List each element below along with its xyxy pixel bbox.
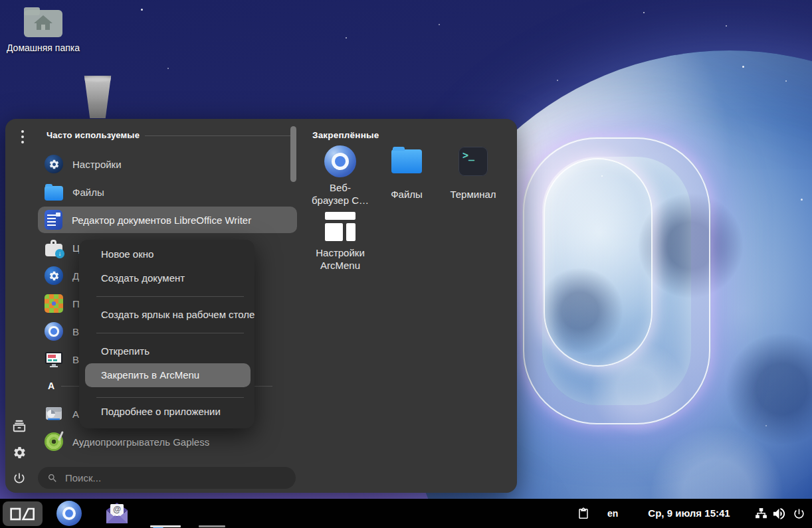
terminal-icon: >_ — [458, 147, 488, 176]
pinned-label: Терминал — [450, 188, 496, 201]
app-row-gapless[interactable]: Аудиопроигрыватель Gapless — [38, 428, 297, 455]
power-icon[interactable] — [793, 507, 805, 523]
app-center-icon: ↓ — [45, 238, 63, 257]
disk-usage-icon — [45, 404, 63, 423]
pinned-tile-arcmenu-settings[interactable]: Настройки ArcMenu — [306, 209, 375, 272]
pinned-label: Файлы — [391, 188, 423, 201]
file-cabinet-icon[interactable] — [11, 417, 28, 434]
pinned-tile-web-browser[interactable]: Веб- браузер C… — [306, 144, 375, 207]
star — [557, 80, 558, 81]
arcmenu-launcher-icon — [9, 506, 36, 522]
frequent-section-header: Часто используемые — [47, 130, 140, 140]
pinned-tile-files[interactable]: Файлы — [372, 144, 441, 201]
home-folder-icon — [23, 5, 64, 39]
search-icon — [47, 473, 58, 484]
star — [742, 66, 744, 68]
star — [167, 68, 169, 69]
pinned-label-line2: ArcMenu — [320, 259, 360, 272]
kebab-menu-icon[interactable] — [14, 128, 31, 146]
gear-icon[interactable] — [11, 444, 28, 461]
running-indicator-app-center — [199, 525, 225, 527]
arcmenu-settings-icon — [325, 212, 355, 241]
star — [765, 425, 767, 426]
app-context-menu: Новое окно Создать документ Создать ярлы… — [79, 240, 254, 428]
app-label: Файлы — [72, 187, 104, 198]
context-item-create-desktop-shortcut[interactable]: Создать ярлык на рабочем столе — [79, 304, 254, 326]
app-row-files[interactable]: Файлы — [38, 179, 297, 205]
app-label: Редактор документов LibreOffice Writer — [72, 215, 251, 226]
taskbar-chromium-icon[interactable] — [56, 501, 82, 526]
star — [785, 80, 787, 82]
chromium-icon — [45, 322, 63, 341]
app-label: Аудиопроигрыватель Gapless — [72, 436, 209, 448]
context-item-unpin[interactable]: Открепить — [79, 340, 254, 363]
checker-pattern-icon — [45, 294, 63, 313]
context-divider — [96, 333, 244, 333]
app-row-settings[interactable]: Настройки — [38, 151, 297, 177]
pinned-label-line1: Настройки — [316, 246, 365, 259]
clock[interactable]: Ср, 9 июля 15:41 — [646, 507, 732, 519]
files-folder-icon — [45, 186, 63, 201]
star — [141, 9, 143, 11]
power-icon[interactable] — [11, 470, 28, 487]
vinyl-record-icon — [45, 432, 63, 451]
star — [439, 24, 440, 25]
keyboard-layout-indicator[interactable]: en — [607, 508, 618, 519]
pinned-section-header: Закреплённые — [312, 130, 379, 140]
clipboard-icon[interactable] — [577, 507, 589, 523]
libreoffice-writer-icon — [45, 210, 62, 230]
home-folder-label: Домашняя папка — [4, 43, 82, 53]
star — [726, 25, 727, 27]
search-bar[interactable] — [38, 467, 296, 489]
context-item-app-details[interactable]: Подробнее о приложении — [79, 400, 254, 423]
taskbar-mail-icon[interactable]: @ — [104, 501, 130, 528]
running-indicator-files — [150, 525, 181, 527]
glowing-ring-inner-rim — [544, 158, 653, 367]
pinned-label-line2: браузер C… — [312, 194, 369, 207]
arcmenu-launcher-button[interactable] — [3, 501, 43, 526]
star — [801, 199, 803, 201]
blue-gear-icon — [45, 266, 63, 285]
context-item-pin-to-arcmenu[interactable]: Закрепить в ArcMenu — [85, 363, 251, 387]
context-item-new-document[interactable]: Создать документ — [79, 267, 254, 290]
volume-icon[interactable] — [771, 506, 787, 524]
app-label: Настройки — [72, 159, 122, 170]
chromium-icon — [324, 145, 356, 177]
pinned-label-line1: Веб- — [330, 181, 351, 194]
section-divider — [145, 135, 290, 136]
taskbar: @ ↓ en Ср, 9 июля 15:41 — [0, 499, 812, 528]
pinned-tile-terminal[interactable]: >_ Терминал — [439, 144, 508, 201]
files-folder-icon — [391, 149, 422, 173]
context-divider — [96, 296, 244, 297]
network-icon[interactable] — [755, 507, 767, 523]
star — [643, 12, 645, 13]
svg-text:@: @ — [113, 505, 121, 514]
display-icon — [45, 350, 63, 369]
context-item-new-window[interactable]: Новое окно — [79, 243, 254, 266]
letter-section-header: A — [48, 381, 54, 391]
star — [601, 175, 603, 177]
star — [346, 37, 347, 39]
settings-icon — [45, 155, 63, 173]
search-input[interactable] — [64, 472, 286, 484]
desktop-home-folder[interactable]: Домашняя папка — [4, 5, 82, 53]
app-row-libreoffice-writer[interactable]: Редактор документов LibreOffice Writer — [38, 207, 297, 233]
context-divider — [96, 397, 244, 398]
